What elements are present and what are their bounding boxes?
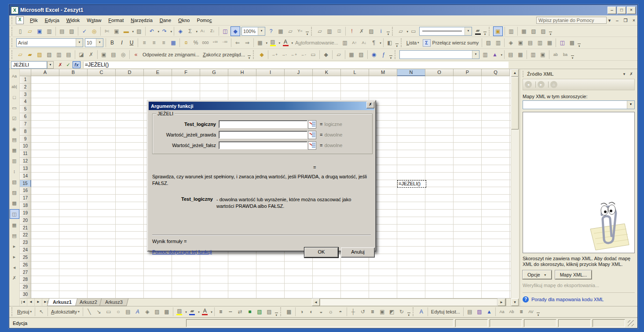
forms-list-box-button[interactable]: ▤ (10, 135, 19, 144)
row-header-2[interactable]: 2 (20, 84, 31, 91)
reply-with-changes-button[interactable]: Odpowiedz ze zmianami... (141, 51, 201, 58)
row-header-24[interactable]: 24 (20, 247, 31, 254)
wordart-alignment-button[interactable]: ≡ (517, 307, 526, 316)
copy-button[interactable]: ▣ (112, 27, 121, 36)
toolbar-grip[interactable] (280, 307, 283, 316)
title-bar[interactable]: X Microsoft Excel - Zeszyt1 – □ × (9, 5, 637, 15)
forms-label-button[interactable]: Aa (10, 72, 19, 81)
name-box-dropdown-icon[interactable]: ▾ (47, 61, 54, 69)
forms-edit-box-button[interactable]: ab| (10, 82, 19, 91)
unlink-list-button[interactable]: ▤ (526, 38, 534, 47)
decrease-indent-button[interactable]: ⇐ (233, 38, 242, 47)
options-button[interactable]: Opcje ▼ (523, 270, 552, 279)
parameters-button[interactable]: ◫ (335, 27, 344, 36)
row-header-7[interactable]: 7 (20, 121, 31, 128)
line-style-button[interactable]: ≡ (216, 307, 225, 316)
toolbar-grip[interactable] (11, 50, 14, 59)
ask-help-input[interactable]: Wpisz pytanie do Pomocy (536, 17, 607, 24)
reset-picture-button[interactable]: ↻ (397, 307, 406, 316)
refresh-status-button[interactable]: ! (348, 27, 356, 36)
run-dialog-button[interactable]: ▦ (10, 221, 19, 229)
select-multiple-button[interactable]: ▨ (265, 307, 274, 316)
row-header-5[interactable]: 5 (20, 106, 31, 113)
horizontal-scroll-track[interactable] (320, 299, 498, 306)
pivot-table-button[interactable]: ▥ (481, 50, 490, 59)
rotate-text-down-icon[interactable]: ab (551, 50, 560, 59)
format-report-button[interactable]: ▥ (529, 50, 538, 59)
vertical-scrollbar[interactable]: ▲ ▼ (511, 69, 519, 306)
column-header-h[interactable]: H (228, 69, 256, 76)
chart-wizard-button[interactable]: ◫ (221, 27, 230, 36)
line-color-pen-button[interactable]: ▰ (473, 27, 482, 36)
sheet-tab-arkusz2[interactable]: Arkusz2 (74, 299, 103, 306)
insert-picture-button[interactable]: ▩ (162, 307, 171, 316)
column-header-i[interactable]: I (256, 69, 285, 76)
column-header-d[interactable]: D (116, 69, 144, 76)
menu-item-wstaw[interactable]: Wstaw (83, 16, 105, 24)
previous-comment-button[interactable]: ▰ (26, 50, 34, 59)
toolbar-grip[interactable] (413, 307, 415, 316)
wordart-gallery-icon[interactable]: A (417, 307, 426, 316)
toolbar-options-icon[interactable]: ▾ (536, 306, 541, 317)
forward-button[interactable]: ▸ (10, 242, 19, 251)
forward-icon[interactable]: ▸ (538, 81, 545, 88)
enter-formula-button[interactable]: ✓ (65, 62, 72, 68)
scroll-left-icon[interactable]: ◄ (312, 299, 320, 306)
row-header-3[interactable]: 3 (20, 91, 31, 99)
sheet-tab-arkusz3[interactable]: Arkusz3 (99, 299, 128, 306)
row-header-1[interactable]: 1 (20, 76, 31, 84)
draw-border-button[interactable]: ▱▾ (396, 27, 405, 36)
picture-line-style-button[interactable]: ≡ (368, 307, 377, 316)
text-box-button[interactable]: ▤ (124, 307, 132, 316)
collapse-dialog-icon[interactable] (308, 131, 316, 139)
zoom-combo-dropdown-icon[interactable]: ▾ (258, 27, 265, 35)
pivot-field-combo-dropdown-icon[interactable]: ▾ (472, 51, 479, 59)
workbook-restore-button[interactable]: ❐ (622, 18, 629, 23)
font-size-combo-dropdown-icon[interactable]: ▾ (96, 39, 103, 47)
edit-query-button[interactable]: ▱ (315, 27, 324, 36)
zoom-combo[interactable]: 100%▾ (242, 27, 265, 36)
cancel-formula-button[interactable]: ✗ (57, 62, 64, 68)
menu-item-edycja[interactable]: Edycja (41, 16, 63, 24)
insert-function-button[interactable]: fx (73, 61, 80, 68)
font-size-combo[interactable]: 10▾ (85, 38, 103, 47)
delete-ink-button[interactable]: ✗ (87, 50, 95, 59)
cancel-button[interactable]: Anuluj (341, 247, 375, 258)
wordart-character-spacing-button[interactable]: AV (527, 307, 535, 316)
column-header-g[interactable]: G (200, 69, 228, 76)
toolbar-options-icon[interactable]: ▾ (406, 306, 411, 317)
folder-button[interactable]: ▱ (286, 27, 295, 36)
row-header-22[interactable]: 22 (20, 232, 31, 239)
increase-font-button[interactable]: A↑ (350, 38, 359, 47)
column-header-q[interactable]: Q (482, 69, 510, 76)
control-properties-button[interactable]: ▨ (10, 188, 19, 197)
toolbar-grip[interactable] (489, 27, 491, 36)
dialog-title-bar[interactable]: Argumenty funkcji (149, 102, 374, 110)
toolbar-grip[interactable] (395, 50, 397, 59)
line-button[interactable]: ╲ (85, 307, 94, 316)
less-brightness-button[interactable]: ◓ (336, 307, 345, 316)
task-pane-grip[interactable] (523, 71, 525, 77)
wordart-vertical-text-button[interactable]: Ab (507, 307, 516, 316)
toggle-grid-button[interactable]: ◫ (10, 209, 19, 219)
protect-workbook-button[interactable]: ▦ (520, 27, 528, 36)
remove-precedent-arrows-button[interactable]: →- (280, 50, 289, 59)
toolbar-options-icon[interactable]: ▾ (247, 49, 252, 61)
function-help-link[interactable]: Pomoc dotycząca tej funkcji (152, 249, 212, 255)
merge-center-button[interactable]: ▦ (169, 38, 178, 47)
align-right-button[interactable]: ≡ (159, 38, 168, 47)
more-contrast-button[interactable]: ◐ (307, 307, 316, 316)
increase-decimal-button[interactable]: ⁺⁰⁰ (211, 38, 220, 47)
vertical-scroll-thumb[interactable] (511, 77, 519, 129)
trace-dependents-button[interactable]: ←+ (289, 50, 298, 59)
toolbar-grip[interactable] (11, 27, 14, 36)
forms-button-button[interactable]: ▭ (10, 103, 19, 112)
column-header-m[interactable]: M (369, 69, 397, 76)
toolbar-grip[interactable] (11, 38, 14, 47)
column-header-l[interactable]: L (341, 69, 369, 76)
row-header-23[interactable]: 23 (20, 239, 31, 247)
show-detail-button[interactable]: ▦ (516, 50, 525, 59)
thousands-separator-button[interactable]: 000 (201, 38, 210, 47)
synchronize-list-button[interactable]: ◈ (506, 38, 515, 47)
arrow-style-button[interactable]: ⇄ (236, 307, 245, 316)
